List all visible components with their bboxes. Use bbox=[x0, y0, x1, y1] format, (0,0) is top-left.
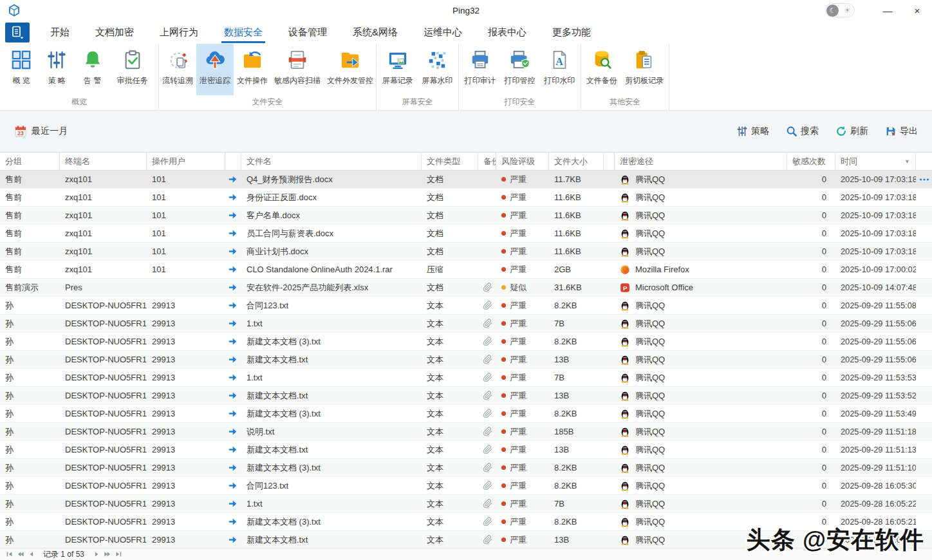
ribbon-button-泄密追踪[interactable]: 泄密追踪 bbox=[196, 44, 234, 95]
ribbon-button-敏感内容扫描[interactable]: 敏感内容扫描 bbox=[271, 44, 324, 95]
main-menu-button[interactable] bbox=[5, 23, 30, 42]
trace-arrow-icon[interactable] bbox=[225, 459, 241, 476]
more-actions-button[interactable] bbox=[916, 369, 932, 386]
tab-报表中心[interactable]: 报表中心 bbox=[475, 21, 539, 44]
tab-文档加密[interactable]: 文档加密 bbox=[82, 21, 147, 44]
table-row[interactable]: 孙 DESKTOP-NUO5FR1 29913 合同123.txt 文本 严重 … bbox=[0, 297, 932, 315]
trace-arrow-icon[interactable] bbox=[225, 207, 241, 224]
table-row[interactable]: 孙 DESKTOP-NUO5FR1 29913 新建文本文档 (3).txt 文… bbox=[0, 405, 932, 423]
tab-运维中心[interactable]: 运维中心 bbox=[411, 21, 475, 44]
table-row[interactable]: 售前 zxq101 101 客户名单.docx 文档 严重 11.6KB 腾讯Q… bbox=[0, 207, 932, 225]
sun-icon[interactable]: ☀ bbox=[841, 5, 853, 17]
table-row[interactable]: 孙 DESKTOP-NUO5FR1 29913 新建文本文档 (3).txt 文… bbox=[0, 459, 932, 477]
ribbon-button-打印水印[interactable]: A 打印水印 bbox=[541, 44, 578, 95]
filter-action-策略[interactable]: 策略 bbox=[736, 126, 769, 137]
pager-next-button[interactable] bbox=[91, 549, 102, 559]
more-actions-button[interactable] bbox=[916, 423, 932, 440]
ribbon-button-屏幕记录[interactable]: 屏幕记录 bbox=[379, 44, 416, 95]
more-actions-button[interactable] bbox=[916, 405, 932, 422]
trace-arrow-icon[interactable] bbox=[225, 171, 241, 188]
date-range-label[interactable]: 最近一月 bbox=[32, 126, 68, 137]
column-header-风险评级[interactable]: 风险评级 bbox=[496, 153, 549, 170]
column-header-操作用户[interactable]: 操作用户 bbox=[147, 153, 225, 170]
trace-arrow-icon[interactable] bbox=[225, 243, 241, 260]
ribbon-button-剪切板记录[interactable]: 剪切板记录 bbox=[622, 44, 667, 95]
filter-action-搜索[interactable]: 搜索 bbox=[786, 126, 819, 137]
more-actions-button[interactable] bbox=[916, 189, 932, 206]
trace-arrow-icon[interactable] bbox=[225, 477, 241, 494]
trace-arrow-icon[interactable] bbox=[225, 225, 241, 242]
ribbon-button-策略[interactable]: 策 略 bbox=[42, 44, 71, 95]
trace-arrow-icon[interactable] bbox=[225, 315, 241, 332]
more-actions-button[interactable] bbox=[916, 225, 932, 242]
ribbon-button-文件备份[interactable]: 文件备份 bbox=[583, 44, 620, 95]
minimize-button[interactable]: — bbox=[873, 0, 902, 21]
table-row[interactable]: 孙 DESKTOP-NUO5FR1 29913 新建文本文档.txt 文本 严重… bbox=[0, 387, 932, 405]
more-actions-button[interactable] bbox=[916, 441, 932, 458]
more-actions-button[interactable] bbox=[916, 207, 932, 224]
more-actions-button[interactable] bbox=[916, 459, 932, 476]
column-header-敏感次数[interactable]: 敏感次数 bbox=[787, 153, 835, 170]
ribbon-button-屏幕水印[interactable]: 屏幕水印 bbox=[418, 44, 456, 95]
more-actions-button[interactable] bbox=[916, 351, 932, 368]
tab-设备管理[interactable]: 设备管理 bbox=[275, 21, 340, 44]
column-header-泄密途径[interactable]: 泄密途径 bbox=[615, 153, 787, 170]
table-row[interactable]: 孙 DESKTOP-NUO5FR1 29913 新建文本文档 (3).txt 文… bbox=[0, 333, 932, 351]
pager-prev-button[interactable] bbox=[26, 549, 37, 559]
pager-fast-prev-button[interactable] bbox=[15, 549, 26, 559]
ribbon-button-流转追溯[interactable]: 流转追溯 bbox=[159, 44, 196, 95]
ribbon-button-文件操作[interactable]: 文件操作 bbox=[234, 44, 271, 95]
theme-toggle[interactable]: ☾ ☀ bbox=[825, 3, 855, 17]
more-actions-button[interactable] bbox=[916, 315, 932, 332]
tab-数据安全[interactable]: 数据安全 bbox=[211, 21, 275, 44]
close-button[interactable]: × bbox=[902, 0, 932, 21]
more-actions-button[interactable] bbox=[916, 243, 932, 260]
ribbon-button-概览[interactable]: 概 览 bbox=[7, 44, 35, 95]
column-header-备份[interactable]: 备份 bbox=[478, 153, 496, 170]
table-row[interactable]: 孙 DESKTOP-NUO5FR1 29913 1.txt 文本 严重 7B 腾… bbox=[0, 495, 932, 513]
trace-arrow-icon[interactable] bbox=[225, 495, 241, 512]
column-header-终端名[interactable]: 终端名 bbox=[60, 153, 147, 170]
trace-arrow-icon[interactable] bbox=[225, 531, 241, 548]
trace-arrow-icon[interactable] bbox=[225, 333, 241, 350]
pager-first-button[interactable] bbox=[4, 549, 15, 559]
table-row[interactable]: 售前 zxq101 101 Q4_财务预测报告.docx 文档 严重 11.7K… bbox=[0, 171, 932, 189]
filter-action-刷新[interactable]: 刷新 bbox=[835, 126, 868, 137]
table-row[interactable]: 售前演示 Pres 安在软件-2025产品功能列表.xlsx 文档 疑似 31.… bbox=[0, 279, 932, 297]
tab-系统&网络[interactable]: 系统&网络 bbox=[340, 21, 411, 44]
table-row[interactable]: 孙 DESKTOP-NUO5FR1 29913 说明.txt 文本 严重 185… bbox=[0, 423, 932, 441]
column-header-文件名[interactable]: 文件名 bbox=[241, 153, 422, 170]
column-header-文件大小[interactable]: 文件大小 bbox=[549, 153, 604, 170]
more-actions-button[interactable] bbox=[916, 279, 932, 296]
time-filter-caret-icon[interactable]: ▼ bbox=[904, 158, 910, 165]
column-header-分组[interactable]: 分组 bbox=[0, 153, 60, 170]
table-row[interactable]: 孙 DESKTOP-NUO5FR1 29913 合同123.txt 文本 严重 … bbox=[0, 477, 932, 495]
table-row[interactable]: 孙 DESKTOP-NUO5FR1 29913 1.txt 文本 严重 7B 腾… bbox=[0, 315, 932, 333]
ribbon-button-审批任务[interactable]: 审批任务 bbox=[114, 44, 151, 95]
more-actions-button[interactable] bbox=[916, 333, 932, 350]
table-row[interactable]: 售前 zxq101 101 商业计划书.docx 文档 严重 11.6KB 腾讯… bbox=[0, 243, 932, 261]
tab-开始[interactable]: 开始 bbox=[37, 21, 82, 44]
pager-last-button[interactable] bbox=[113, 549, 124, 559]
more-actions-button[interactable] bbox=[916, 495, 932, 512]
ribbon-button-文件外发管控[interactable]: 文件外发管控 bbox=[324, 44, 377, 95]
trace-arrow-icon[interactable] bbox=[225, 387, 241, 404]
table-row[interactable]: 售前 zxq101 101 员工合同与薪资表.docx 文档 严重 11.6KB… bbox=[0, 225, 932, 243]
table-row[interactable]: 售前 zxq101 101 CLO Standalone OnlineAuth … bbox=[0, 261, 932, 279]
date-range-picker[interactable]: 23 最近一月 bbox=[14, 125, 68, 138]
trace-arrow-icon[interactable] bbox=[225, 513, 241, 530]
more-actions-button[interactable] bbox=[916, 261, 932, 278]
more-actions-button[interactable] bbox=[916, 387, 932, 404]
trace-arrow-icon[interactable] bbox=[225, 189, 241, 206]
more-actions-button[interactable] bbox=[916, 477, 932, 494]
trace-arrow-icon[interactable] bbox=[225, 279, 241, 296]
table-row[interactable]: 孙 DESKTOP-NUO5FR1 29913 1.txt 文本 严重 7B 腾… bbox=[0, 369, 932, 387]
trace-arrow-icon[interactable] bbox=[225, 423, 241, 440]
table-row[interactable]: 孙 DESKTOP-NUO5FR1 29913 新建文本文档.txt 文本 严重… bbox=[0, 351, 932, 369]
trace-arrow-icon[interactable] bbox=[225, 405, 241, 422]
more-actions-button[interactable] bbox=[916, 297, 932, 314]
table-row[interactable]: 孙 DESKTOP-NUO5FR1 29913 新建文本文档.txt 文本 严重… bbox=[0, 441, 932, 459]
tab-上网行为[interactable]: 上网行为 bbox=[147, 21, 211, 44]
trace-arrow-icon[interactable] bbox=[225, 297, 241, 314]
column-header-文件类型[interactable]: 文件类型 bbox=[422, 153, 478, 170]
